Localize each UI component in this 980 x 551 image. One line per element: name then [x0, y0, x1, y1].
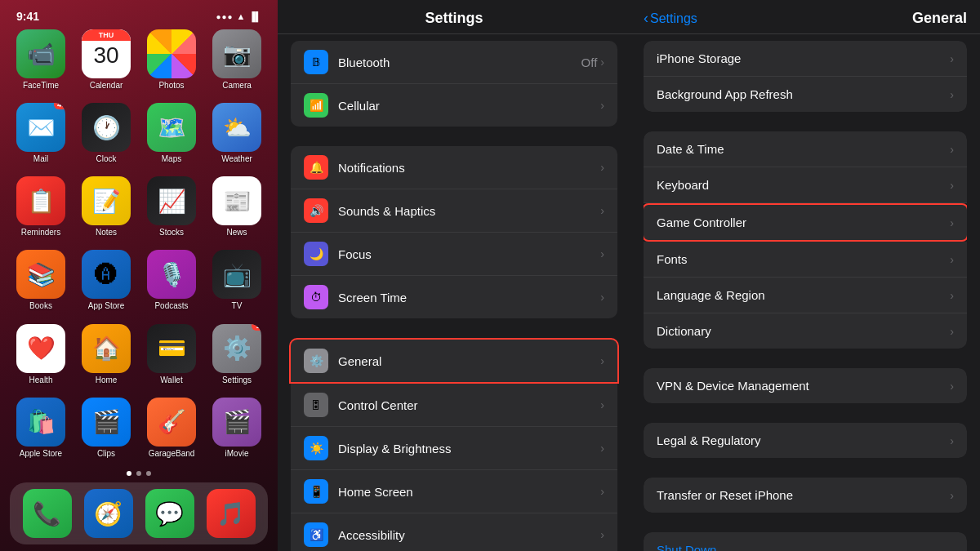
status-bar: 9:41 ●●● ▲ ▐▌: [10, 7, 268, 26]
app-applestore[interactable]: 🛍️Apple Store: [10, 398, 72, 464]
settings-row-general[interactable]: ⚙️ General ›: [289, 338, 619, 384]
app-label-camera: Camera: [222, 81, 252, 90]
chevron-icon-gen-dictionary: ›: [950, 325, 954, 338]
settings-icon-accessibility: ♿: [304, 522, 328, 547]
settings-row-content-cellular: Cellular ›: [338, 99, 604, 113]
app-health[interactable]: ❤️Health: [10, 324, 72, 391]
app-label-podcasts: Podcasts: [154, 301, 188, 310]
app-calendar[interactable]: THU 30 Calendar: [75, 29, 137, 96]
settings-row-label-sounds: Sounds & Haptics: [338, 204, 435, 218]
settings-row-label-homescreen: Home Screen: [338, 485, 413, 499]
app-home[interactable]: 🏠Home: [75, 324, 137, 391]
app-label-tv: TV: [232, 301, 243, 310]
page-dot-3[interactable]: [146, 471, 151, 476]
general-row-iphonestorage[interactable]: iPhone Storage ›: [644, 41, 967, 77]
settings-icon-glyph-screentime: ⏱: [310, 291, 322, 304]
settings-header: Settings: [278, 0, 630, 34]
settings-row-accessibility[interactable]: ♿ Accessibility ›: [291, 513, 617, 551]
settings-row-content-sounds: Sounds & Haptics ›: [338, 204, 604, 218]
app-imovie[interactable]: 🎬iMovie: [206, 398, 268, 464]
app-clips[interactable]: 🎬Clips: [75, 398, 137, 464]
app-notes[interactable]: 📝Notes: [75, 176, 137, 243]
app-news[interactable]: 📰News: [206, 176, 268, 243]
app-settings[interactable]: ⚙️1Settings: [206, 324, 268, 391]
general-row-label-datetime: Date & Time: [657, 142, 950, 156]
general-row-keyboard[interactable]: Keyboard ›: [644, 167, 967, 203]
status-icons: ●●● ▲ ▐▌: [216, 11, 261, 21]
general-list: iPhone Storage › Background App Refresh …: [630, 34, 980, 551]
general-row-vpn[interactable]: VPN & Device Management ›: [644, 368, 967, 403]
app-clock[interactable]: 🕐Clock: [75, 103, 137, 170]
general-row-shutdown[interactable]: Shut Down: [644, 532, 967, 551]
app-label-photos: Photos: [158, 81, 184, 90]
general-row-languageregion[interactable]: Language & Region ›: [644, 278, 967, 313]
app-appstore[interactable]: 🅐App Store: [75, 250, 137, 317]
general-row-label-transfer: Transfer or Reset iPhone: [657, 488, 950, 502]
settings-row-focus[interactable]: 🌙 Focus ›: [291, 233, 617, 276]
settings-icon-glyph-notifications: 🔔: [310, 161, 323, 174]
general-row-legal[interactable]: Legal & Regulatory ›: [644, 423, 967, 458]
page-dot-2[interactable]: [136, 471, 141, 476]
app-wallet[interactable]: 💳Wallet: [140, 324, 203, 391]
app-camera[interactable]: 📷Camera: [206, 29, 268, 96]
app-podcasts[interactable]: 🎙️Podcasts: [140, 250, 203, 317]
page-dot-1[interactable]: [127, 471, 131, 476]
settings-icon-sounds: 🔊: [304, 198, 328, 223]
general-row-dictionary[interactable]: Dictionary ›: [644, 313, 967, 349]
app-label-health: Health: [29, 375, 53, 384]
settings-row-label-focus: Focus: [338, 247, 372, 261]
dock-icon-music: 🎵: [207, 489, 256, 538]
app-photos[interactable]: Photos: [140, 29, 203, 96]
battery-icon: ▐▌: [248, 11, 261, 21]
general-row-backgroundrefresh[interactable]: Background App Refresh ›: [644, 77, 967, 112]
settings-row-screentime[interactable]: ⏱ Screen Time ›: [291, 276, 617, 318]
settings-icon-glyph-homescreen: 📱: [310, 485, 323, 498]
general-row-fonts[interactable]: Fonts ›: [644, 242, 967, 278]
app-label-stocks: Stocks: [159, 228, 184, 237]
settings-panel-title: Settings: [291, 10, 617, 27]
app-maps[interactable]: 🗺️Maps: [140, 103, 203, 170]
badge-mail: 47: [54, 103, 65, 109]
settings-group-notifications-group: 🔔 Notifications › 🔊 Sounds & Haptics ›: [278, 146, 630, 318]
general-row-transfer[interactable]: Transfer or Reset iPhone ›: [644, 478, 967, 513]
app-books[interactable]: 📚Books: [10, 250, 72, 317]
app-grid: 📹FaceTime THU 30 CalendarPhotos📷Camera✉️…: [10, 29, 268, 464]
settings-row-controlcenter[interactable]: 🎛 Control Center ›: [291, 384, 617, 427]
app-reminders[interactable]: 📋Reminders: [10, 176, 72, 243]
app-label-books: Books: [29, 301, 52, 310]
general-row-gamecontroller[interactable]: Game Controller ›: [644, 203, 967, 242]
chevron-icon-bluetooth: ›: [600, 56, 604, 69]
settings-row-value-bluetooth: Off: [581, 56, 598, 69]
general-row-label-dictionary: Dictionary: [657, 324, 950, 338]
settings-row-notifications[interactable]: 🔔 Notifications ›: [291, 146, 617, 189]
settings-row-displaybrightness[interactable]: ☀️ Display & Brightness ›: [291, 427, 617, 470]
app-facetime[interactable]: 📹FaceTime: [10, 29, 72, 96]
dock-app-messages[interactable]: 💬: [145, 489, 194, 538]
settings-row-cellular[interactable]: 📶 Cellular ›: [291, 84, 617, 127]
general-panel-title: General: [704, 10, 967, 27]
dock-app-safari[interactable]: 🧭: [84, 489, 133, 538]
chevron-icon-notifications: ›: [600, 161, 604, 174]
app-mail[interactable]: ✉️47Mail: [10, 103, 72, 170]
settings-icon-glyph-bluetooth: 𝔹: [312, 56, 320, 69]
dock-app-phone[interactable]: 📞: [23, 489, 72, 538]
settings-row-sounds[interactable]: 🔊 Sounds & Haptics ›: [291, 189, 617, 233]
app-stocks[interactable]: 📈Stocks: [140, 176, 203, 243]
app-garageband[interactable]: 🎸GarageBand: [140, 398, 203, 464]
general-row-datetime[interactable]: Date & Time ›: [644, 131, 967, 167]
settings-icon-glyph-focus: 🌙: [310, 247, 323, 260]
app-weather[interactable]: ⛅Weather: [206, 103, 268, 170]
settings-row-label-general: General: [338, 354, 381, 368]
app-tv[interactable]: 📺TV: [206, 250, 268, 317]
status-time: 9:41: [16, 10, 39, 23]
settings-icon-cellular: 📶: [304, 93, 328, 118]
settings-icon-screentime: ⏱: [304, 285, 328, 309]
dock-app-music[interactable]: 🎵: [207, 489, 256, 538]
settings-row-bluetooth[interactable]: 𝔹 Bluetooth Off ›: [291, 41, 617, 84]
app-label-facetime: FaceTime: [23, 81, 59, 90]
settings-row-homescreen[interactable]: 📱 Home Screen ›: [291, 470, 617, 513]
back-button[interactable]: ‹ Settings: [644, 10, 697, 27]
chevron-icon-focus: ›: [600, 247, 604, 260]
settings-row-label-bluetooth: Bluetooth: [338, 56, 390, 69]
general-group-legal-group: Legal & Regulatory ›: [630, 423, 980, 458]
